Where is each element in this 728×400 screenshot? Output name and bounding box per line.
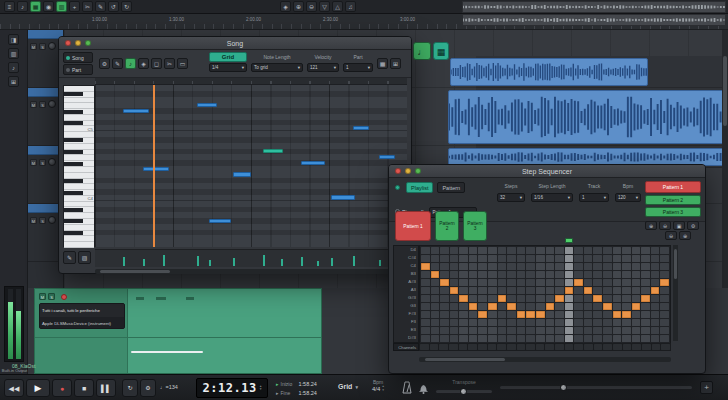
step-cell[interactable] (478, 303, 487, 310)
step-cell[interactable] (651, 279, 660, 286)
minimize-icon[interactable] (405, 168, 411, 174)
seq-horizontal-scrollbar[interactable] (419, 357, 671, 362)
channel-cell[interactable] (449, 344, 458, 350)
step-cell[interactable] (593, 271, 602, 278)
step-cell[interactable] (469, 287, 478, 294)
solo-button[interactable]: S (39, 217, 46, 224)
step-cell[interactable] (622, 247, 631, 254)
step-cell[interactable] (584, 287, 593, 294)
step-cell[interactable] (478, 255, 487, 262)
step-cell[interactable] (440, 327, 449, 334)
step-cell[interactable] (507, 271, 516, 278)
channel-cell[interactable] (545, 344, 554, 350)
step-cell[interactable] (574, 255, 583, 262)
step-cell[interactable] (641, 263, 650, 270)
step-cell[interactable] (498, 311, 507, 318)
step-cell[interactable] (574, 279, 583, 286)
time-display[interactable]: 2:12.13 ▴▾ (196, 378, 268, 398)
step-cell[interactable] (632, 279, 641, 286)
duplicate-pattern-icon[interactable]: ▣ (673, 221, 685, 230)
step-cell[interactable] (651, 327, 660, 334)
step-cell[interactable] (478, 311, 487, 318)
step-cell[interactable] (431, 295, 440, 302)
monitor-button[interactable]: ▦ (433, 42, 449, 60)
step-cell[interactable] (603, 271, 612, 278)
midi-clip-preview[interactable] (127, 289, 321, 373)
step-cell[interactable] (431, 255, 440, 262)
step-cell[interactable] (440, 279, 449, 286)
channel-cell[interactable] (594, 344, 603, 350)
step-cell[interactable] (488, 279, 497, 286)
step-cell[interactable] (546, 271, 555, 278)
mixer-strip-icon[interactable]: ▥ (8, 48, 19, 59)
step-cell[interactable] (440, 247, 449, 254)
step-cell[interactable] (440, 303, 449, 310)
rewind-button[interactable]: ◀◀ (4, 379, 24, 397)
step-cell[interactable] (622, 255, 631, 262)
step-cell[interactable] (498, 335, 507, 342)
step-cell[interactable] (440, 263, 449, 270)
step-cell[interactable] (555, 319, 564, 326)
step-cell[interactable] (450, 335, 459, 342)
step-cell[interactable] (421, 327, 430, 334)
channel-cell[interactable] (517, 344, 526, 350)
step-cell[interactable] (507, 255, 516, 262)
step-cell[interactable] (478, 263, 487, 270)
step-cell[interactable] (613, 327, 622, 334)
step-cell[interactable] (488, 327, 497, 334)
step-cell[interactable] (517, 247, 526, 254)
track-select[interactable]: 1▾ (579, 193, 609, 202)
step-cell[interactable] (651, 263, 660, 270)
collapse-icon[interactable]: ◨ (8, 34, 19, 45)
grid-value-select[interactable]: 1/4▾ (209, 63, 247, 72)
marker-icon[interactable]: ▽ (319, 1, 330, 12)
step-cell[interactable] (450, 327, 459, 334)
step-cell[interactable] (536, 303, 545, 310)
step-cell[interactable] (641, 271, 650, 278)
velocity-bar[interactable] (263, 255, 265, 266)
note-tool-icon[interactable]: ♪ (125, 58, 136, 69)
step-cell[interactable] (603, 335, 612, 342)
step-cell[interactable] (469, 263, 478, 270)
step-cell[interactable] (603, 279, 612, 286)
step-cell[interactable] (593, 311, 602, 318)
step-cell[interactable] (488, 287, 497, 294)
step-cell[interactable] (603, 263, 612, 270)
step-cell[interactable] (584, 295, 593, 302)
step-cell[interactable] (584, 263, 593, 270)
step-cell[interactable] (498, 319, 507, 326)
note-length-select[interactable]: To grid▾ (251, 63, 303, 72)
step-cell[interactable] (450, 263, 459, 270)
step-cell[interactable] (450, 287, 459, 294)
volume-knob[interactable] (48, 158, 56, 166)
step-cell[interactable] (469, 303, 478, 310)
magnet-icon[interactable]: ◈ (280, 1, 291, 12)
step-cell[interactable] (507, 311, 516, 318)
step-cell[interactable] (478, 327, 487, 334)
step-cell[interactable] (565, 327, 574, 334)
step-cell[interactable] (526, 303, 535, 310)
step-cell[interactable] (641, 295, 650, 302)
step-cell[interactable] (651, 271, 660, 278)
step-cell[interactable] (565, 287, 574, 294)
step-cell[interactable] (478, 279, 487, 286)
velocity-bar[interactable] (209, 260, 211, 266)
side-pattern-button[interactable]: Pattern 2 (645, 195, 701, 205)
menu-icon[interactable]: ≡ (4, 1, 15, 12)
close-icon[interactable] (65, 40, 71, 46)
midi-note[interactable] (263, 149, 283, 153)
step-cell[interactable] (632, 319, 641, 326)
step-cell[interactable] (660, 271, 669, 278)
velocity-bar[interactable] (123, 257, 125, 266)
step-cell[interactable] (593, 335, 602, 342)
step-cell[interactable] (622, 295, 631, 302)
channel-cell[interactable] (623, 344, 632, 350)
step-cell[interactable] (459, 327, 468, 334)
step-cell[interactable] (546, 279, 555, 286)
step-cell[interactable] (498, 255, 507, 262)
scrollbar-thumb[interactable] (723, 56, 727, 126)
piano-key[interactable] (64, 242, 94, 248)
scrollbar-thumb[interactable] (674, 249, 677, 279)
step-cell[interactable] (555, 327, 564, 334)
step-cell[interactable] (603, 287, 612, 294)
